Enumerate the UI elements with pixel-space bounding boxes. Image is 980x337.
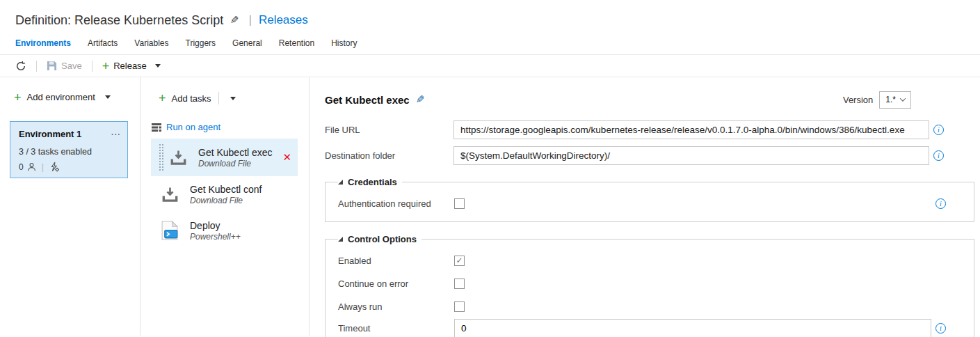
tab-bar: Environments Artifacts Variables Trigger… bbox=[0, 31, 980, 55]
delete-task-icon[interactable]: ✕ bbox=[282, 151, 291, 164]
tab-variables[interactable]: Variables bbox=[134, 38, 168, 48]
file-url-label: File URL bbox=[325, 125, 453, 135]
control-options-section-header[interactable]: Control Options bbox=[338, 234, 421, 244]
save-floppy-icon bbox=[47, 61, 57, 71]
control-options-section-title: Control Options bbox=[348, 234, 417, 244]
edit-title-pencil-icon[interactable]: ✎ bbox=[230, 14, 239, 26]
continue-on-error-checkbox[interactable] bbox=[454, 279, 465, 289]
authentication-required-label: Authentication required bbox=[338, 198, 454, 209]
task-name: Deploy bbox=[190, 220, 241, 231]
button-separator bbox=[218, 92, 219, 104]
add-tasks-label: Add tasks bbox=[172, 93, 211, 104]
tasks-panel: + Add tasks Run on agent bbox=[140, 77, 310, 336]
timeout-input[interactable] bbox=[454, 319, 931, 337]
run-on-agent-group[interactable]: Run on agent bbox=[152, 122, 309, 132]
environment-name: Environment 1 bbox=[19, 129, 81, 139]
download-file-icon bbox=[162, 187, 178, 202]
continue-on-error-label: Continue on error bbox=[338, 279, 454, 289]
task-name: Get Kubectl conf bbox=[190, 184, 262, 195]
credentials-section-header[interactable]: Credentials bbox=[338, 177, 402, 187]
header: Definition: Release Kubernetes Script ✎ … bbox=[0, 0, 980, 31]
environments-panel: + Add environment Environment 1 ··· 3 / … bbox=[0, 77, 140, 336]
icon-separator: | bbox=[42, 162, 44, 172]
info-icon[interactable]: i bbox=[933, 150, 944, 161]
enabled-checkbox[interactable] bbox=[454, 256, 465, 266]
always-run-label: Always run bbox=[338, 301, 454, 312]
plus-icon: + bbox=[102, 61, 110, 71]
release-label: Release bbox=[113, 61, 147, 71]
environment-menu-ellipsis[interactable]: ··· bbox=[111, 130, 121, 139]
save-label: Save bbox=[61, 61, 82, 71]
release-button[interactable]: + Release bbox=[102, 61, 161, 71]
section-expand-icon bbox=[338, 237, 343, 242]
task-details-title: Get Kubectl exec bbox=[325, 94, 410, 106]
releases-link[interactable]: Releases bbox=[259, 13, 308, 27]
toolbar-separator bbox=[36, 61, 37, 72]
timeout-label: Timeout bbox=[338, 323, 454, 334]
refresh-icon bbox=[15, 61, 26, 72]
chevron-down-icon[interactable] bbox=[230, 97, 236, 100]
run-on-agent-label: Run on agent bbox=[166, 122, 220, 132]
credentials-section: Credentials Authentication required i bbox=[325, 177, 974, 222]
toolbar: Save + Release bbox=[0, 55, 980, 77]
drag-handle[interactable] bbox=[159, 143, 164, 171]
authentication-required-checkbox[interactable] bbox=[454, 198, 465, 209]
section-expand-icon bbox=[338, 180, 343, 185]
tab-triggers[interactable]: Triggers bbox=[186, 38, 216, 48]
tab-artifacts[interactable]: Artifacts bbox=[88, 38, 118, 48]
task-details-panel: Get Kubectl exec ✎ Version 1.* File URL … bbox=[310, 77, 980, 336]
task-row-get-kubectl-exec[interactable]: Get Kubectl exec Download File ✕ bbox=[151, 139, 298, 176]
chevron-down-icon bbox=[155, 64, 161, 68]
title-separator: | bbox=[249, 14, 252, 26]
save-button[interactable]: Save bbox=[47, 61, 82, 71]
edit-task-name-pencil-icon[interactable]: ✎ bbox=[416, 93, 425, 106]
credentials-section-title: Credentials bbox=[348, 177, 397, 187]
add-environment-label: Add environment bbox=[27, 92, 95, 102]
download-file-icon bbox=[170, 150, 186, 165]
task-type: Download File bbox=[190, 196, 262, 205]
person-icon[interactable] bbox=[27, 162, 36, 171]
info-icon[interactable]: i bbox=[933, 125, 944, 135]
tab-retention[interactable]: Retention bbox=[279, 38, 314, 48]
tab-general[interactable]: General bbox=[232, 38, 262, 48]
page-title: Definition: Release Kubernetes Script bbox=[15, 13, 223, 28]
destination-folder-label: Destination folder bbox=[325, 150, 453, 161]
tab-history[interactable]: History bbox=[331, 38, 357, 48]
environment-card[interactable]: Environment 1 ··· 3 / 3 tasks enabled 0 … bbox=[10, 121, 128, 178]
task-row-get-kubectl-conf[interactable]: Get Kubectl conf Download File bbox=[151, 176, 298, 212]
add-environment-button[interactable]: + Add environment bbox=[14, 92, 140, 102]
info-icon[interactable]: i bbox=[935, 323, 946, 334]
task-list: Get Kubectl exec Download File ✕ Get Kub… bbox=[140, 139, 309, 249]
task-name: Get Kubectl exec bbox=[198, 147, 273, 158]
approvals-count: 0 bbox=[19, 162, 24, 172]
task-row-deploy[interactable]: Deploy Powershell++ bbox=[151, 212, 298, 249]
chevron-down-icon bbox=[900, 95, 906, 101]
destination-folder-input[interactable] bbox=[453, 146, 929, 165]
plus-icon: + bbox=[14, 93, 22, 102]
version-value: 1.* bbox=[885, 95, 896, 104]
refresh-button[interactable] bbox=[15, 61, 26, 72]
powershell-icon bbox=[161, 221, 178, 240]
version-select[interactable]: 1.* bbox=[879, 91, 911, 109]
task-type: Powershell++ bbox=[190, 232, 241, 242]
toolbar-separator bbox=[92, 61, 93, 72]
control-options-section: Control Options Enabled Continue on erro… bbox=[325, 234, 974, 337]
enabled-label: Enabled bbox=[338, 256, 454, 266]
info-icon[interactable]: i bbox=[935, 198, 946, 209]
task-type: Download File bbox=[198, 159, 273, 168]
environment-tasks-summary: 3 / 3 tasks enabled bbox=[19, 147, 121, 157]
always-run-checkbox[interactable] bbox=[454, 301, 465, 312]
trigger-bolt-gear-icon[interactable] bbox=[49, 162, 59, 172]
add-tasks-button[interactable]: + Add tasks bbox=[159, 92, 309, 104]
agent-icon bbox=[152, 123, 161, 132]
version-label: Version bbox=[843, 95, 873, 105]
tab-environments[interactable]: Environments bbox=[15, 38, 71, 48]
chevron-down-icon bbox=[105, 95, 111, 99]
plus-icon: + bbox=[159, 93, 166, 103]
file-url-input[interactable] bbox=[453, 120, 929, 139]
